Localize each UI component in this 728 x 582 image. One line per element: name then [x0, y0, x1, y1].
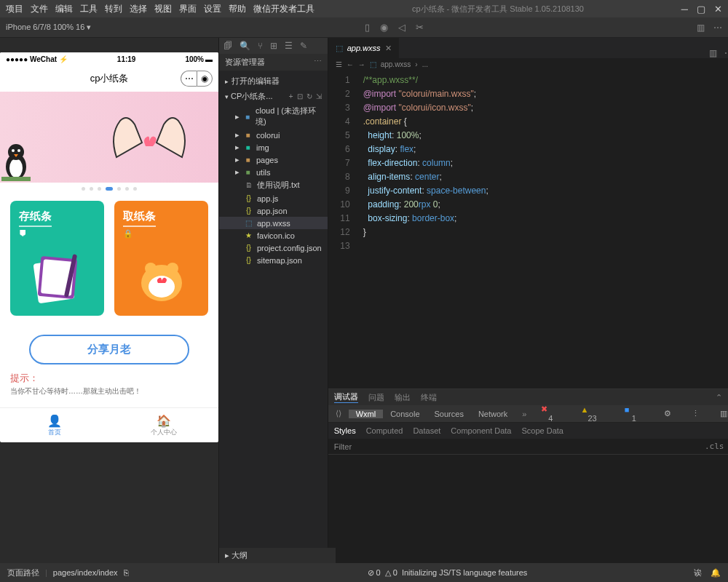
editor-more-icon[interactable]: ⋯: [724, 48, 728, 58]
capsule-menu-icon[interactable]: ⋯: [181, 71, 197, 87]
elements-icon[interactable]: ⟨⟩: [328, 409, 349, 418]
tree-folder-pages[interactable]: ▸■pages: [219, 154, 328, 166]
page-path[interactable]: pages/index/index: [53, 568, 118, 577]
code-editor[interactable]: 12345678910111213 /**app.wxss**/ @import…: [328, 71, 728, 388]
send-icon[interactable]: ◁: [398, 22, 405, 33]
maximize-icon[interactable]: ▢: [697, 4, 705, 15]
tree-folder-colorui[interactable]: ▸■colorui: [219, 129, 328, 141]
outline-section[interactable]: ▸ 大纲: [219, 548, 336, 563]
refresh-icon[interactable]: ↻: [306, 92, 312, 100]
menu-ui[interactable]: 界面: [179, 3, 197, 15]
tab-network[interactable]: Network: [471, 410, 515, 418]
tree-file-favicon[interactable]: ★favicon.ico: [219, 229, 328, 242]
editor-tab-appwxss[interactable]: ⬚ app.wxss ✕: [328, 38, 399, 58]
tree-folder-cloud[interactable]: ▸■cloud | (未选择环境): [219, 104, 328, 129]
tab-close-icon[interactable]: ✕: [385, 44, 392, 53]
dot[interactable]: [90, 187, 93, 191]
tab-home[interactable]: 👤首页: [0, 408, 109, 442]
new-file-icon[interactable]: +: [289, 92, 293, 100]
dot[interactable]: [117, 187, 121, 191]
split-icon[interactable]: ▥: [697, 23, 705, 33]
tree-file-projectcfg[interactable]: {}project.config.json: [219, 242, 328, 254]
minimize-icon[interactable]: ─: [681, 4, 688, 15]
bell-icon[interactable]: 🔔: [711, 568, 721, 578]
tab-profile[interactable]: 🏠个人中心: [109, 408, 218, 442]
brush-icon[interactable]: ✎: [300, 41, 307, 51]
tab-compdata[interactable]: Component Data: [451, 426, 511, 435]
open-editors-section[interactable]: ▸打开的编辑器: [219, 73, 328, 89]
new-folder-icon[interactable]: ⊡: [297, 92, 303, 100]
cls-toggle[interactable]: .cls: [705, 442, 724, 451]
tab-console[interactable]: Console: [383, 410, 427, 418]
ext-icon[interactable]: ⊞: [270, 41, 277, 51]
dot[interactable]: [125, 187, 129, 191]
capsule-close-icon[interactable]: ◉: [197, 71, 213, 87]
vdots-icon[interactable]: ⋮: [684, 409, 707, 418]
tree-file-appwxss[interactable]: ⬚app.wxss: [219, 217, 328, 229]
dot[interactable]: [82, 187, 85, 191]
tree-file-sitemap[interactable]: {}sitemap.json: [219, 254, 328, 266]
more-icon[interactable]: ⋯: [713, 23, 722, 33]
device-selector[interactable]: iPhone 6/7/8 100% 16 ▾: [6, 23, 91, 32]
breadcrumb[interactable]: ☰ ← → ⬚ app.wxss ›...: [328, 58, 728, 71]
tab-sources[interactable]: Sources: [427, 410, 471, 418]
gear-icon[interactable]: ⚙: [657, 409, 678, 418]
phone-icon[interactable]: ▯: [365, 22, 370, 33]
error-badge[interactable]: ⊘ 0: [368, 568, 381, 578]
tab-wxml[interactable]: Wxml: [349, 410, 384, 418]
info-count[interactable]: ■ 1: [617, 405, 651, 423]
save-note-card[interactable]: 存纸条 ⛊: [10, 201, 104, 316]
warning-badge[interactable]: △ 0: [385, 568, 397, 578]
record-icon[interactable]: ◉: [380, 22, 388, 33]
lang-indicator[interactable]: 诶: [694, 567, 702, 578]
dot[interactable]: [133, 187, 137, 191]
menu-file[interactable]: 文件: [31, 3, 48, 15]
explorer-more-icon[interactable]: ⋯: [314, 57, 322, 68]
files-icon[interactable]: 🗐: [223, 41, 232, 51]
tree-file-appjson[interactable]: {}app.json: [219, 204, 328, 217]
search-icon[interactable]: 🔍: [240, 41, 250, 51]
tab-problems[interactable]: 问题: [368, 392, 384, 403]
dock-icon[interactable]: ▥: [713, 409, 728, 418]
tab-terminal[interactable]: 终端: [421, 392, 437, 403]
warning-count[interactable]: ▲ 23: [573, 405, 611, 423]
menu-tools[interactable]: 工具: [80, 3, 98, 15]
filter-input[interactable]: Filter: [334, 442, 352, 451]
back-icon[interactable]: ←: [347, 60, 354, 68]
tab-styles[interactable]: Styles: [334, 426, 356, 435]
banner-image[interactable]: [0, 92, 218, 183]
dot-active[interactable]: [106, 187, 113, 191]
tabs-overflow-icon[interactable]: »: [515, 410, 534, 418]
chevron-up-icon[interactable]: ⌃: [716, 393, 722, 402]
tree-file-appjs[interactable]: {}app.js: [219, 192, 328, 204]
collapse-icon[interactable]: ⇲: [316, 92, 322, 100]
branch-icon[interactable]: ⑂: [258, 41, 263, 51]
tree-folder-img[interactable]: ▸■img: [219, 141, 328, 154]
split-editor-icon[interactable]: ▥: [709, 48, 717, 58]
tree-file-readme[interactable]: 🗎使用说明.txt: [219, 178, 328, 192]
menu-project[interactable]: 项目: [6, 3, 23, 15]
tab-scopedata[interactable]: Scope Data: [522, 426, 563, 435]
error-count[interactable]: ✖ 4: [534, 404, 567, 423]
code-content[interactable]: /**app.wxss**/ @import "colorui/main.wxs…: [357, 71, 488, 388]
robot-icon[interactable]: ☰: [285, 41, 293, 51]
menu-devtools[interactable]: 微信开发者工具: [253, 3, 314, 15]
cut-icon[interactable]: ✂: [416, 22, 424, 33]
forward-icon[interactable]: →: [358, 60, 365, 68]
tree-folder-utils[interactable]: ▸■utils: [219, 166, 328, 178]
menu-select[interactable]: 选择: [130, 3, 147, 15]
menu-view[interactable]: 视图: [154, 3, 172, 15]
menu-goto[interactable]: 转到: [105, 3, 122, 15]
tab-debugger[interactable]: 调试器: [334, 391, 358, 403]
menu-edit[interactable]: 编辑: [55, 3, 73, 15]
project-root[interactable]: ▾ CP小纸条... +⊡↻⇲: [219, 89, 328, 104]
menu-settings[interactable]: 设置: [204, 3, 221, 15]
menu-help[interactable]: 帮助: [229, 3, 246, 15]
tab-computed[interactable]: Computed: [366, 426, 403, 435]
get-note-card[interactable]: 取纸条 🔒: [114, 201, 208, 316]
close-icon[interactable]: ✕: [714, 4, 722, 15]
share-button[interactable]: 分享月老: [29, 335, 189, 364]
dot[interactable]: [98, 187, 101, 191]
tab-dataset[interactable]: Dataset: [413, 426, 440, 435]
tab-output[interactable]: 输出: [395, 392, 411, 403]
